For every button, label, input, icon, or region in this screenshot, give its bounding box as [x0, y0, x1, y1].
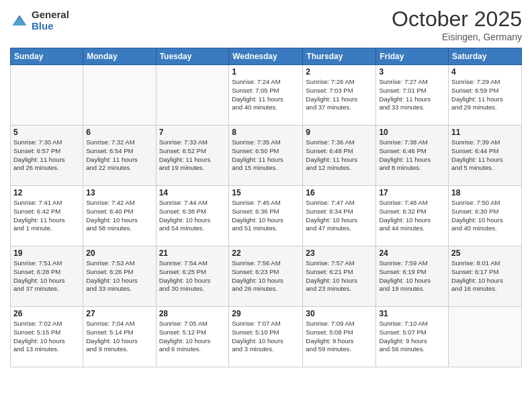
- day-info: Sunrise: 7:35 AM Sunset: 6:50 PM Dayligh…: [232, 138, 300, 173]
- day-info: Sunrise: 7:59 AM Sunset: 6:19 PM Dayligh…: [379, 259, 445, 293]
- day-info: Sunrise: 7:38 AM Sunset: 6:46 PM Dayligh…: [379, 138, 445, 173]
- day-number: 19: [13, 248, 80, 258]
- day-info: Sunrise: 7:26 AM Sunset: 7:03 PM Dayligh…: [306, 78, 373, 112]
- calendar-cell: 18Sunrise: 7:50 AM Sunset: 6:30 PM Dayli…: [449, 186, 522, 246]
- calendar-cell: 21Sunrise: 7:54 AM Sunset: 6:25 PM Dayli…: [156, 246, 229, 307]
- month-title: October 2025: [392, 7, 522, 32]
- day-number: 8: [232, 128, 300, 137]
- day-number: 2: [306, 67, 373, 77]
- day-number: 29: [232, 309, 300, 318]
- day-info: Sunrise: 7:24 AM Sunset: 7:05 PM Dayligh…: [232, 78, 300, 112]
- logo-text: General Blue: [32, 9, 69, 32]
- day-number: 12: [13, 188, 80, 197]
- calendar-cell: 6Sunrise: 7:32 AM Sunset: 6:54 PM Daylig…: [83, 126, 156, 186]
- calendar-cell: 27Sunrise: 7:04 AM Sunset: 5:14 PM Dayli…: [83, 307, 156, 367]
- calendar-cell: 3Sunrise: 7:27 AM Sunset: 7:01 PM Daylig…: [376, 65, 449, 126]
- day-number: 15: [232, 188, 300, 197]
- day-number: 1: [232, 67, 300, 77]
- day-number: 4: [451, 67, 519, 77]
- day-number: 20: [86, 248, 152, 258]
- day-number: 3: [379, 67, 445, 77]
- day-info: Sunrise: 7:10 AM Sunset: 5:07 PM Dayligh…: [379, 320, 445, 354]
- calendar-cell: 10Sunrise: 7:38 AM Sunset: 6:46 PM Dayli…: [376, 126, 449, 186]
- weekday-header-tuesday: Tuesday: [156, 48, 229, 65]
- day-info: Sunrise: 7:50 AM Sunset: 6:30 PM Dayligh…: [451, 199, 519, 233]
- day-info: Sunrise: 7:51 AM Sunset: 6:28 PM Dayligh…: [13, 259, 80, 293]
- calendar-cell: 9Sunrise: 7:36 AM Sunset: 6:48 PM Daylig…: [303, 126, 376, 186]
- svg-marker-1: [13, 17, 27, 25]
- day-info: Sunrise: 7:47 AM Sunset: 6:34 PM Dayligh…: [306, 199, 373, 233]
- day-number: 26: [13, 309, 80, 318]
- day-number: 14: [159, 188, 226, 197]
- day-number: 7: [159, 128, 226, 137]
- day-info: Sunrise: 7:32 AM Sunset: 6:54 PM Dayligh…: [86, 138, 152, 173]
- calendar-cell: 22Sunrise: 7:56 AM Sunset: 6:23 PM Dayli…: [229, 246, 303, 307]
- day-info: Sunrise: 7:41 AM Sunset: 6:42 PM Dayligh…: [13, 199, 80, 233]
- day-number: 16: [306, 188, 373, 197]
- calendar-cell: 23Sunrise: 7:57 AM Sunset: 6:21 PM Dayli…: [303, 246, 376, 307]
- title-block: October 2025 Eisingen, Germany: [392, 7, 522, 42]
- weekday-header-saturday: Saturday: [449, 48, 522, 65]
- calendar-cell: 11Sunrise: 7:39 AM Sunset: 6:44 PM Dayli…: [449, 126, 522, 186]
- calendar-cell: 19Sunrise: 7:51 AM Sunset: 6:28 PM Dayli…: [11, 246, 83, 307]
- day-number: 22: [232, 248, 300, 258]
- day-info: Sunrise: 8:01 AM Sunset: 6:17 PM Dayligh…: [451, 259, 519, 293]
- day-number: 9: [306, 128, 373, 137]
- calendar-week-2: 5Sunrise: 7:30 AM Sunset: 6:57 PM Daylig…: [11, 126, 522, 186]
- page: General Blue October 2025 Eisingen, Germ…: [0, 0, 532, 411]
- location: Eisingen, Germany: [392, 32, 522, 42]
- weekday-header-thursday: Thursday: [303, 48, 376, 65]
- day-number: 30: [306, 309, 373, 318]
- day-info: Sunrise: 7:45 AM Sunset: 6:36 PM Dayligh…: [232, 199, 300, 233]
- calendar-week-5: 26Sunrise: 7:02 AM Sunset: 5:15 PM Dayli…: [11, 307, 522, 367]
- day-info: Sunrise: 7:53 AM Sunset: 6:26 PM Dayligh…: [86, 259, 152, 293]
- weekday-header-wednesday: Wednesday: [229, 48, 303, 65]
- day-number: 5: [13, 128, 80, 137]
- day-number: 18: [451, 188, 519, 197]
- calendar-week-3: 12Sunrise: 7:41 AM Sunset: 6:42 PM Dayli…: [11, 186, 522, 246]
- day-number: 23: [306, 248, 373, 258]
- logo-general-text: General: [32, 9, 69, 21]
- day-number: 27: [86, 309, 152, 318]
- day-info: Sunrise: 7:30 AM Sunset: 6:57 PM Dayligh…: [13, 138, 80, 173]
- day-info: Sunrise: 7:04 AM Sunset: 5:14 PM Dayligh…: [86, 320, 152, 354]
- calendar-cell: [11, 65, 83, 126]
- day-info: Sunrise: 7:09 AM Sunset: 5:08 PM Dayligh…: [306, 320, 373, 354]
- calendar-cell: 16Sunrise: 7:47 AM Sunset: 6:34 PM Dayli…: [303, 186, 376, 246]
- calendar-cell: [449, 307, 522, 367]
- day-number: 31: [379, 309, 445, 318]
- day-info: Sunrise: 7:05 AM Sunset: 5:12 PM Dayligh…: [159, 320, 226, 354]
- calendar-cell: 13Sunrise: 7:42 AM Sunset: 6:40 PM Dayli…: [83, 186, 156, 246]
- calendar-cell: 28Sunrise: 7:05 AM Sunset: 5:12 PM Dayli…: [156, 307, 229, 367]
- calendar-cell: 29Sunrise: 7:07 AM Sunset: 5:10 PM Dayli…: [229, 307, 303, 367]
- day-number: 6: [86, 128, 152, 137]
- logo: General Blue: [10, 9, 69, 32]
- day-info: Sunrise: 7:02 AM Sunset: 5:15 PM Dayligh…: [13, 320, 80, 354]
- calendar-cell: 1Sunrise: 7:24 AM Sunset: 7:05 PM Daylig…: [229, 65, 303, 126]
- calendar-cell: 24Sunrise: 7:59 AM Sunset: 6:19 PM Dayli…: [376, 246, 449, 307]
- calendar-cell: 2Sunrise: 7:26 AM Sunset: 7:03 PM Daylig…: [303, 65, 376, 126]
- calendar-cell: [156, 65, 229, 126]
- day-number: 13: [86, 188, 152, 197]
- weekday-header-friday: Friday: [376, 48, 449, 65]
- calendar-cell: 4Sunrise: 7:29 AM Sunset: 6:59 PM Daylig…: [449, 65, 522, 126]
- day-number: 24: [379, 248, 445, 258]
- weekday-header-row: SundayMondayTuesdayWednesdayThursdayFrid…: [11, 48, 522, 65]
- calendar-cell: 15Sunrise: 7:45 AM Sunset: 6:36 PM Dayli…: [229, 186, 303, 246]
- day-info: Sunrise: 7:56 AM Sunset: 6:23 PM Dayligh…: [232, 259, 300, 293]
- calendar-cell: 7Sunrise: 7:33 AM Sunset: 6:52 PM Daylig…: [156, 126, 229, 186]
- calendar-cell: 14Sunrise: 7:44 AM Sunset: 6:38 PM Dayli…: [156, 186, 229, 246]
- calendar-week-1: 1Sunrise: 7:24 AM Sunset: 7:05 PM Daylig…: [11, 65, 522, 126]
- calendar-cell: [83, 65, 156, 126]
- logo-icon: [10, 11, 29, 30]
- day-number: 17: [379, 188, 445, 197]
- day-number: 25: [451, 248, 519, 258]
- day-number: 11: [451, 128, 519, 137]
- logo-blue-text: Blue: [32, 21, 69, 32]
- day-info: Sunrise: 7:29 AM Sunset: 6:59 PM Dayligh…: [451, 78, 519, 112]
- day-number: 10: [379, 128, 445, 137]
- calendar-cell: 20Sunrise: 7:53 AM Sunset: 6:26 PM Dayli…: [83, 246, 156, 307]
- calendar-cell: 8Sunrise: 7:35 AM Sunset: 6:50 PM Daylig…: [229, 126, 303, 186]
- day-info: Sunrise: 7:27 AM Sunset: 7:01 PM Dayligh…: [379, 78, 445, 112]
- weekday-header-sunday: Sunday: [11, 48, 83, 65]
